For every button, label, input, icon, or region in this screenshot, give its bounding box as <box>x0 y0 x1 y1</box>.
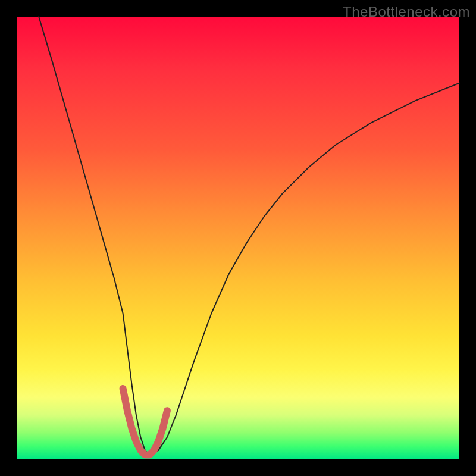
highlighted-range-curve <box>123 389 167 455</box>
watermark-text: TheBottleneck.com <box>343 4 470 20</box>
bottleneck-plot <box>17 17 459 459</box>
bottleneck-curve <box>39 17 459 455</box>
chart-frame <box>17 17 459 459</box>
